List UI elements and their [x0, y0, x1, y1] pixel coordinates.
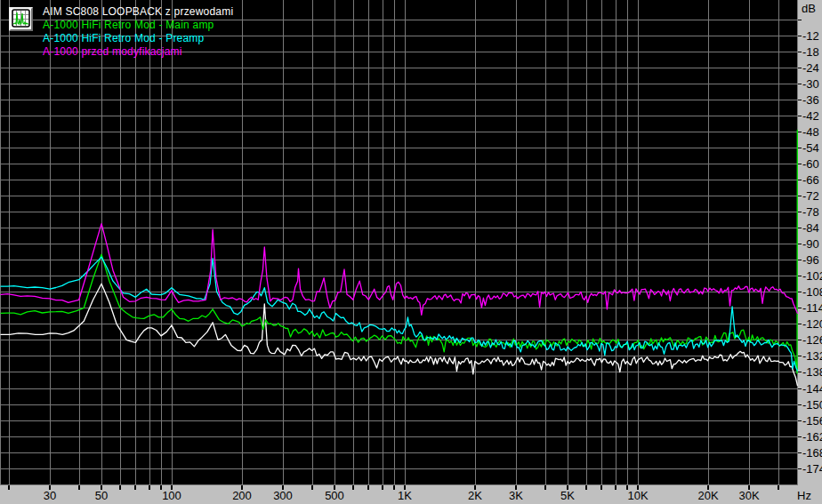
legend-item-label: A-1000 HiFi Retro Mod - Main amp [43, 19, 214, 31]
y-axis-tick-label: -114 [802, 302, 822, 314]
legend-item-before-mod: A-1000 przed modyfikacjami [43, 45, 182, 59]
x-axis-tick-label: 300 [265, 490, 301, 501]
y-axis-tick-label: -156 [802, 415, 822, 427]
y-axis-tick-label: -18 [802, 46, 819, 58]
y-axis-tick-label: -78 [802, 206, 819, 218]
y-axis-tick-label: -60 [802, 158, 819, 170]
x-axis-tick [149, 485, 150, 490]
y-axis-tick-label: -96 [802, 254, 819, 266]
y-axis-tick [798, 196, 802, 196]
x-axis-tick-label: 50 [84, 490, 119, 501]
x-axis-tick [311, 485, 313, 490]
x-axis-tick [544, 485, 546, 490]
x-axis-tick [78, 485, 80, 490]
x-axis-tick-label: 10K [620, 490, 656, 501]
y-axis-tick [798, 52, 802, 52]
x-axis-tick [367, 485, 369, 490]
y-axis-tick [798, 212, 802, 212]
y-axis-tick-label: -36 [802, 94, 819, 106]
y-axis-tick [798, 356, 802, 356]
y-axis-tick [798, 260, 802, 260]
y-axis-tick [798, 180, 802, 180]
y-axis-tick [798, 132, 802, 132]
x-axis-tick-label: 500 [317, 490, 352, 501]
y-axis-tick [798, 276, 802, 276]
y-axis-tick [798, 148, 802, 148]
x-axis-tick [615, 485, 616, 490]
x-axis-tick-label: 200 [224, 490, 260, 501]
y-axis-tick [798, 436, 802, 437]
y-axis-tick [798, 20, 802, 20]
y-axis-tick [798, 404, 802, 405]
spectrum-analyzer-window: AIM SC808 LOOPBACK z przewodami A-1000 H… [0, 0, 822, 504]
x-axis-tick [119, 485, 121, 490]
y-axis-tick [798, 164, 802, 164]
y-axis-tick-label: -24 [802, 62, 819, 74]
x-axis-tick-label: 30 [32, 490, 68, 501]
legend-item-main-amp: A-1000 HiFi Retro Mod - Main amp [43, 19, 214, 32]
spectrum-icon [12, 9, 30, 28]
y-axis-tick-label: -84 [802, 222, 819, 234]
spectrum-plot [0, 0, 798, 485]
y-axis-tick-label: -66 [802, 174, 819, 186]
y-axis-tick [798, 116, 802, 116]
y-axis-tick [798, 372, 802, 372]
y-axis-tick-label: -120 [802, 318, 822, 330]
y-axis-tick [798, 452, 802, 453]
x-axis-strip: 30501002003005001K2K3K5K10K20K30K Hz [0, 485, 822, 504]
legend-item-loopback: AIM SC808 LOOPBACK z przewodami [43, 5, 233, 19]
legend-item-label: A-1000 HiFi Retro Mod - Preamp [43, 32, 204, 44]
y-axis-tick [798, 340, 802, 340]
x-axis-tick-label: 3K [498, 490, 534, 501]
y-axis-tick-label: -108 [802, 286, 822, 298]
y-axis-tick [798, 36, 802, 36]
y-axis-tick-label: -30 [802, 78, 819, 90]
y-axis-tick-label: -54 [802, 142, 819, 154]
y-axis-tick [798, 308, 802, 308]
y-axis-tick-label: -102 [802, 270, 822, 282]
y-axis-tick-label: -138 [802, 366, 822, 378]
y-axis-tick-label: -90 [802, 238, 819, 250]
y-axis-tick [798, 228, 802, 228]
y-axis-strip: dB -12-18-24-30-36-42-48-54-60-66-72-78-… [798, 0, 822, 485]
legend-item-label: AIM SC808 LOOPBACK z przewodami [43, 5, 233, 18]
y-axis-tick-label: -174 [802, 463, 822, 475]
y-axis-tick [798, 468, 802, 469]
x-axis-tick-label: 30K [731, 490, 767, 501]
spectrum-icon-button[interactable] [9, 7, 33, 31]
x-axis-tick-label: 100 [154, 490, 189, 501]
y-axis-tick [798, 68, 802, 68]
x-axis-tick-label: 1K [387, 490, 423, 501]
x-axis-tick-label: 2K [457, 490, 493, 501]
spectrum-plot-area: AIM SC808 LOOPBACK z przewodami A-1000 H… [0, 0, 798, 485]
y-axis-tick [798, 84, 802, 84]
legend-item-preamp: A-1000 HiFi Retro Mod - Preamp [43, 32, 204, 45]
y-axis-tick [798, 244, 802, 244]
y-axis-tick-label: -48 [802, 126, 819, 138]
x-axis-unit-label: Hz [794, 490, 814, 501]
y-axis-tick-label: -150 [802, 399, 822, 411]
y-axis-unit-label: dB [802, 3, 816, 14]
y-axis-tick-label: -72 [802, 190, 819, 202]
x-axis-tick-label: 20K [690, 490, 726, 501]
x-axis-tick [778, 485, 779, 490]
y-axis-tick-label: -168 [802, 447, 822, 459]
y-axis-tick-label: -42 [802, 110, 819, 122]
x-axis-tick [352, 485, 354, 490]
y-axis-tick [798, 420, 802, 421]
x-axis-tick [8, 485, 10, 490]
x-axis-tick [600, 485, 602, 490]
y-axis-tick-label: -162 [802, 431, 822, 443]
y-axis-tick-label: -12 [802, 30, 819, 42]
y-axis-tick [798, 292, 802, 292]
x-axis-tick [134, 485, 136, 490]
y-axis-tick [798, 388, 802, 389]
y-axis-tick [798, 324, 802, 324]
y-axis-tick-label: -132 [802, 350, 822, 362]
x-axis-tick [585, 485, 587, 490]
y-axis-tick-label: -126 [802, 334, 822, 346]
y-axis-tick [798, 100, 802, 100]
x-axis-tick [382, 485, 383, 490]
legend-item-label: A-1000 przed modyfikacjami [43, 45, 182, 58]
y-axis-tick-label: -144 [802, 383, 822, 395]
